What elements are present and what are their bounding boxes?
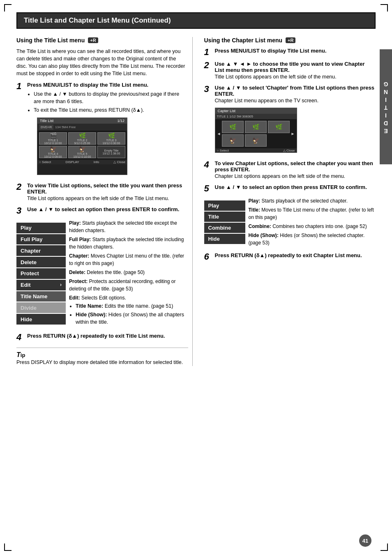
options-table: Play Full Play Chapter Delete Protect [16,223,66,325]
title-list-footer: ○ Select DISPLAY Info △ Close [37,160,127,164]
r-step-4-num: 4 [204,160,212,169]
title-cell-2: 🌿 TITLE 29/12 0:25:00 [68,132,96,145]
r-step-5-bold: Use ▲ / ▼ to select an option then press… [215,184,376,190]
r-opt-row-hide: Hide [204,233,245,244]
title-cell-6: Empty Title10/12 1:38:00 [97,146,125,158]
step-3-content: Use ▲ / ▼ to select an option then press… [27,206,188,212]
title-list-img-title: Title List [40,119,53,123]
left-column: Using the Title List menu +R The Title L… [16,37,193,366]
ch-icon-4: 🦅 [229,137,236,144]
ch-icon-5: 🦅 [252,137,259,144]
chapter-fwd-arrow: ► [291,131,295,136]
opt-edit: Edit › [16,279,66,291]
r-step-3: 3 Use ▲ / ▼ to select 'Chapter' from Tit… [204,85,376,156]
opt-row-fullplay: Full Play [16,234,66,245]
r-step-4-content: To view Chapter List options, select the… [215,160,376,180]
step-4: 4 Press RETURN (δ▲) repeatedly to exit T… [16,333,188,342]
r-step-5-num: 5 [204,184,212,193]
page-title: Title List and Chapter List Menu (Contin… [16,12,376,29]
options-layout: Play Full Play Chapter Delete Protect [16,219,188,329]
opt-row-protect: Protect [16,268,66,279]
step-4-num: 4 [16,333,24,342]
opt-delete: Delete [16,256,66,268]
opt-protect: Protect [16,268,66,279]
tip-header: T ip [16,351,188,359]
step-3-num: 3 [16,206,24,215]
r-step-1-content: Press MENU/LIST to display Title List me… [215,48,376,54]
r-opt-combine: Combine [204,222,245,233]
r-step-2: 2 Use ▲ ▼ ◄ ► to choose the title you wa… [204,61,376,81]
right-badge: +R [286,37,295,43]
r-step-6: 6 Press RETURN (δ▲) repeatedly to exit C… [204,252,376,261]
title-grid: 🎬 TITLE 110/12 0:10:00 🌿 TITLE 29/12 0:2… [37,131,127,160]
title-list-img-header: Title List 1/12 [37,118,127,124]
left-section-header: Using the Title List menu +R [16,37,188,44]
r-desc-hide: Hide (Show): Hides (or Shows) the select… [249,232,376,246]
desc-play: Play: Starts playback the selected title… [69,219,188,234]
step-1-bold: Press MENU/LIST to display the Title Lis… [27,82,188,88]
tip-label: ip [21,352,25,358]
desc-fullplay: Full Play: Starts playback the selected … [69,236,188,251]
dvd-label: DVD+R [39,124,53,130]
title-icon-1: 🎬 [50,132,57,139]
footer-display: DISPLAY [65,160,79,164]
left-section-title: Using the Title List menu [16,37,85,44]
r-desc-play: Play: Starts playback of the selected ch… [249,197,376,205]
step-2-bold: To view Title List options, select the t… [27,182,188,195]
r-opt-row-play: Play [204,200,245,211]
options-descriptions: Play: Starts playback the selected title… [66,219,188,329]
r-step-6-num: 6 [204,252,212,261]
r-step-4-text: Chapter List options appears on the left… [215,173,376,180]
chapter-cell-4: 🦅 [222,134,244,147]
corner-mark-tl [4,4,12,12]
r-step-5-content: Use ▲ / ▼ to select an option then press… [215,184,376,190]
right-section-header: Using the Chapter List menu +R [204,37,376,44]
opt-row-titlename: Title Name [16,291,66,302]
title-label-2: TITLE 29/12 0:25:00 [74,139,90,145]
opt-row-play: Play [16,223,66,234]
r-step-2-content: Use ▲ ▼ ◄ ► to choose the title you want… [215,61,376,81]
chapter-cell-2: 🌿 [245,121,267,133]
r-step-2-num: 2 [204,61,212,70]
edit-bullet-titlename: Title Name: Edits the title name. (page … [76,302,188,310]
r-step-1-num: 1 [204,48,212,57]
chapter-cells: 🌿 🌿 🌿 🦅 [222,121,289,147]
title-list-image: Title List 1/12 DVD+R 134 5M4 Free 🎬 TIT… [37,117,127,175]
tip-t-icon: T [16,351,21,359]
title-cell-5: 🦅 TITLE 510/12 0:10:00 [68,146,96,158]
step-2-text: Title List options appears on the left s… [27,195,188,202]
step-2: 2 To view Title List options, select the… [16,182,188,202]
opt-row-hide: Hide [16,313,66,325]
opt-fullplay: Full Play [16,234,66,245]
ch-icon-3: 🌿 [275,124,282,130]
step-4-bold: Press RETURN (δ▲) repeatedly to exit Tit… [27,333,188,339]
r-step-2-text: Title List options appears on the left s… [215,73,376,81]
corner-mark-br [380,543,388,551]
footer-select: ○ Select [39,160,51,164]
r-opt-hide: Hide [204,233,245,244]
title-list-img-count: 1/12 [117,119,125,123]
title-icon-3: 🌿 [108,132,115,139]
edit-sub-bullets: Title Name: Edits the title name. (page … [76,302,188,326]
free-label: 134 5M4 Free [55,125,76,129]
ch-icon-1: 🌿 [229,124,236,130]
desc-edit: Edit: Selects Edit options. [69,294,188,302]
footer-close: △ Close [113,160,125,164]
step-2-content: To view Title List options, select the t… [27,182,188,202]
ch-icon-2: 🌿 [252,124,259,130]
step-3: 3 Use ▲ / ▼ to select an option then pre… [16,206,188,215]
opt-row-delete: Delete [16,256,66,268]
left-badge: +R [88,37,98,43]
desc-chapter: Chapter: Moves Chapter List menu of the … [69,252,188,267]
tip-text: Press DISPLAY to display more detailed t… [16,359,188,366]
chapter-list-image: Capter List TITLE 1 1/12 5M 308305 ◄ 🌿 � [215,108,297,153]
bullet-1: Use the ▲ / ▼ buttons to display the pre… [34,90,188,106]
r-desc-combine: Combine: Combines two chapters into one.… [249,223,376,230]
opt-row-divide: Divide [16,302,66,313]
step-1-content: Press MENU/LIST to display the Title Lis… [27,82,188,178]
title-icon-2: 🌿 [79,132,86,139]
r-step-5: 5 Use ▲ / ▼ to select an option then pre… [204,184,376,193]
left-intro-text: The Title List is where you can see the … [16,48,188,78]
chapter-cell-5: 🦅 [245,134,267,147]
title-list-dvd-row: DVD+R 134 5M4 Free [37,124,127,131]
